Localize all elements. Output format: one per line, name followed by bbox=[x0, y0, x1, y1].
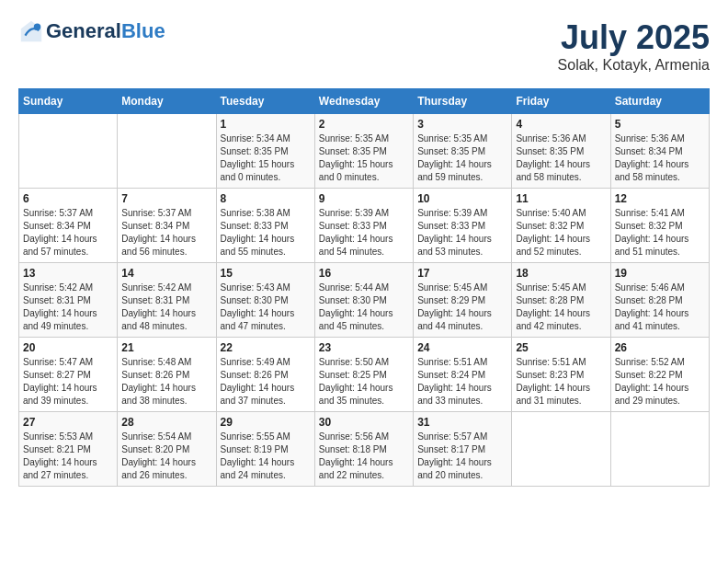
day-number: 26 bbox=[615, 341, 705, 354]
day-number: 4 bbox=[516, 118, 606, 131]
day-number: 2 bbox=[319, 118, 409, 131]
day-number: 8 bbox=[221, 192, 311, 205]
day-number: 1 bbox=[221, 118, 311, 131]
day-info: Sunrise: 5:47 AMSunset: 8:27 PMDaylight:… bbox=[23, 356, 113, 408]
day-number: 27 bbox=[23, 416, 113, 429]
calendar-cell: 8Sunrise: 5:38 AMSunset: 8:33 PMDaylight… bbox=[216, 189, 314, 263]
day-info: Sunrise: 5:55 AMSunset: 8:19 PMDaylight:… bbox=[221, 431, 311, 482]
day-number: 24 bbox=[417, 341, 507, 354]
calendar-cell: 2Sunrise: 5:35 AMSunset: 8:35 PMDaylight… bbox=[314, 114, 413, 189]
day-number: 6 bbox=[23, 192, 113, 205]
calendar-week-row: 27Sunrise: 5:53 AMSunset: 8:21 PMDayligh… bbox=[19, 412, 710, 487]
day-number: 22 bbox=[221, 341, 311, 354]
day-info: Sunrise: 5:41 AMSunset: 8:32 PMDaylight:… bbox=[615, 207, 705, 259]
day-number: 12 bbox=[615, 192, 705, 205]
calendar-cell: 1Sunrise: 5:34 AMSunset: 8:35 PMDaylight… bbox=[216, 114, 314, 189]
day-info: Sunrise: 5:56 AMSunset: 8:18 PMDaylight:… bbox=[319, 431, 409, 482]
day-info: Sunrise: 5:50 AMSunset: 8:25 PMDaylight:… bbox=[319, 356, 409, 408]
day-info: Sunrise: 5:46 AMSunset: 8:28 PMDaylight:… bbox=[615, 282, 705, 333]
subtitle: Solak, Kotayk, Armenia bbox=[558, 57, 710, 74]
calendar-cell: 10Sunrise: 5:39 AMSunset: 8:33 PMDayligh… bbox=[414, 189, 512, 263]
day-info: Sunrise: 5:48 AMSunset: 8:26 PMDaylight:… bbox=[121, 356, 211, 408]
day-info: Sunrise: 5:52 AMSunset: 8:22 PMDaylight:… bbox=[615, 356, 705, 408]
svg-point-1 bbox=[34, 24, 40, 30]
logo: GeneralBlue bbox=[18, 18, 165, 44]
logo-icon bbox=[18, 18, 44, 44]
day-header: Saturday bbox=[610, 89, 709, 114]
day-number: 10 bbox=[417, 192, 507, 205]
calendar-header-row: SundayMondayTuesdayWednesdayThursdayFrid… bbox=[19, 89, 710, 114]
day-number: 19 bbox=[615, 267, 705, 280]
calendar-cell: 25Sunrise: 5:51 AMSunset: 8:23 PMDayligh… bbox=[512, 338, 610, 412]
day-header: Tuesday bbox=[216, 89, 314, 114]
calendar-cell: 20Sunrise: 5:47 AMSunset: 8:27 PMDayligh… bbox=[19, 338, 118, 412]
calendar-cell bbox=[512, 412, 610, 487]
calendar-cell: 16Sunrise: 5:44 AMSunset: 8:30 PMDayligh… bbox=[314, 263, 413, 338]
day-number: 31 bbox=[417, 416, 507, 429]
day-number: 23 bbox=[319, 341, 409, 354]
calendar-cell: 13Sunrise: 5:42 AMSunset: 8:31 PMDayligh… bbox=[19, 263, 118, 338]
calendar-cell: 14Sunrise: 5:42 AMSunset: 8:31 PMDayligh… bbox=[118, 263, 216, 338]
calendar-cell: 18Sunrise: 5:45 AMSunset: 8:28 PMDayligh… bbox=[512, 263, 610, 338]
day-number: 11 bbox=[516, 192, 606, 205]
day-number: 20 bbox=[23, 341, 113, 354]
day-number: 14 bbox=[121, 267, 211, 280]
calendar-cell: 7Sunrise: 5:37 AMSunset: 8:34 PMDaylight… bbox=[118, 189, 216, 263]
day-number: 28 bbox=[121, 416, 211, 429]
calendar-cell: 9Sunrise: 5:39 AMSunset: 8:33 PMDaylight… bbox=[314, 189, 413, 263]
day-number: 25 bbox=[516, 341, 606, 354]
day-header: Sunday bbox=[19, 89, 118, 114]
day-number: 7 bbox=[121, 192, 211, 205]
day-info: Sunrise: 5:35 AMSunset: 8:35 PMDaylight:… bbox=[319, 132, 409, 184]
calendar-cell: 31Sunrise: 5:57 AMSunset: 8:17 PMDayligh… bbox=[414, 412, 512, 487]
day-number: 15 bbox=[221, 267, 311, 280]
calendar-table: SundayMondayTuesdayWednesdayThursdayFrid… bbox=[18, 88, 710, 487]
day-info: Sunrise: 5:36 AMSunset: 8:35 PMDaylight:… bbox=[516, 132, 606, 184]
day-number: 9 bbox=[319, 192, 409, 205]
day-header: Monday bbox=[118, 89, 216, 114]
calendar-cell: 22Sunrise: 5:49 AMSunset: 8:26 PMDayligh… bbox=[216, 338, 314, 412]
day-info: Sunrise: 5:39 AMSunset: 8:33 PMDaylight:… bbox=[417, 207, 507, 259]
day-info: Sunrise: 5:51 AMSunset: 8:24 PMDaylight:… bbox=[417, 356, 507, 408]
day-info: Sunrise: 5:39 AMSunset: 8:33 PMDaylight:… bbox=[319, 207, 409, 259]
day-number: 30 bbox=[319, 416, 409, 429]
day-info: Sunrise: 5:45 AMSunset: 8:29 PMDaylight:… bbox=[417, 282, 507, 333]
calendar-cell: 19Sunrise: 5:46 AMSunset: 8:28 PMDayligh… bbox=[610, 263, 709, 338]
day-info: Sunrise: 5:57 AMSunset: 8:17 PMDaylight:… bbox=[417, 431, 507, 482]
calendar-cell: 3Sunrise: 5:35 AMSunset: 8:35 PMDaylight… bbox=[414, 114, 512, 189]
day-info: Sunrise: 5:36 AMSunset: 8:34 PMDaylight:… bbox=[615, 132, 705, 184]
calendar-cell: 24Sunrise: 5:51 AMSunset: 8:24 PMDayligh… bbox=[414, 338, 512, 412]
day-number: 3 bbox=[417, 118, 507, 131]
calendar-cell: 17Sunrise: 5:45 AMSunset: 8:29 PMDayligh… bbox=[414, 263, 512, 338]
day-info: Sunrise: 5:37 AMSunset: 8:34 PMDaylight:… bbox=[23, 207, 113, 259]
day-header: Thursday bbox=[414, 89, 512, 114]
day-number: 21 bbox=[121, 341, 211, 354]
day-header: Wednesday bbox=[314, 89, 413, 114]
day-info: Sunrise: 5:49 AMSunset: 8:26 PMDaylight:… bbox=[221, 356, 311, 408]
calendar-cell: 26Sunrise: 5:52 AMSunset: 8:22 PMDayligh… bbox=[610, 338, 709, 412]
day-number: 17 bbox=[417, 267, 507, 280]
day-info: Sunrise: 5:45 AMSunset: 8:28 PMDaylight:… bbox=[516, 282, 606, 333]
calendar-cell: 30Sunrise: 5:56 AMSunset: 8:18 PMDayligh… bbox=[314, 412, 413, 487]
day-number: 16 bbox=[319, 267, 409, 280]
day-info: Sunrise: 5:38 AMSunset: 8:33 PMDaylight:… bbox=[221, 207, 311, 259]
day-info: Sunrise: 5:44 AMSunset: 8:30 PMDaylight:… bbox=[319, 282, 409, 333]
calendar-week-row: 6Sunrise: 5:37 AMSunset: 8:34 PMDaylight… bbox=[19, 189, 710, 263]
day-header: Friday bbox=[512, 89, 610, 114]
day-info: Sunrise: 5:40 AMSunset: 8:32 PMDaylight:… bbox=[516, 207, 606, 259]
calendar-cell bbox=[610, 412, 709, 487]
day-info: Sunrise: 5:43 AMSunset: 8:30 PMDaylight:… bbox=[221, 282, 311, 333]
calendar-cell: 6Sunrise: 5:37 AMSunset: 8:34 PMDaylight… bbox=[19, 189, 118, 263]
day-info: Sunrise: 5:53 AMSunset: 8:21 PMDaylight:… bbox=[23, 431, 113, 482]
day-info: Sunrise: 5:42 AMSunset: 8:31 PMDaylight:… bbox=[121, 282, 211, 333]
calendar-week-row: 13Sunrise: 5:42 AMSunset: 8:31 PMDayligh… bbox=[19, 263, 710, 338]
calendar-cell: 11Sunrise: 5:40 AMSunset: 8:32 PMDayligh… bbox=[512, 189, 610, 263]
calendar-cell: 29Sunrise: 5:55 AMSunset: 8:19 PMDayligh… bbox=[216, 412, 314, 487]
calendar-cell: 12Sunrise: 5:41 AMSunset: 8:32 PMDayligh… bbox=[610, 189, 709, 263]
calendar-cell bbox=[19, 114, 118, 189]
logo-text: GeneralBlue bbox=[46, 20, 165, 42]
day-info: Sunrise: 5:35 AMSunset: 8:35 PMDaylight:… bbox=[417, 132, 507, 184]
day-info: Sunrise: 5:37 AMSunset: 8:34 PMDaylight:… bbox=[121, 207, 211, 259]
main-title: July 2025 bbox=[558, 18, 710, 57]
calendar-cell: 21Sunrise: 5:48 AMSunset: 8:26 PMDayligh… bbox=[118, 338, 216, 412]
